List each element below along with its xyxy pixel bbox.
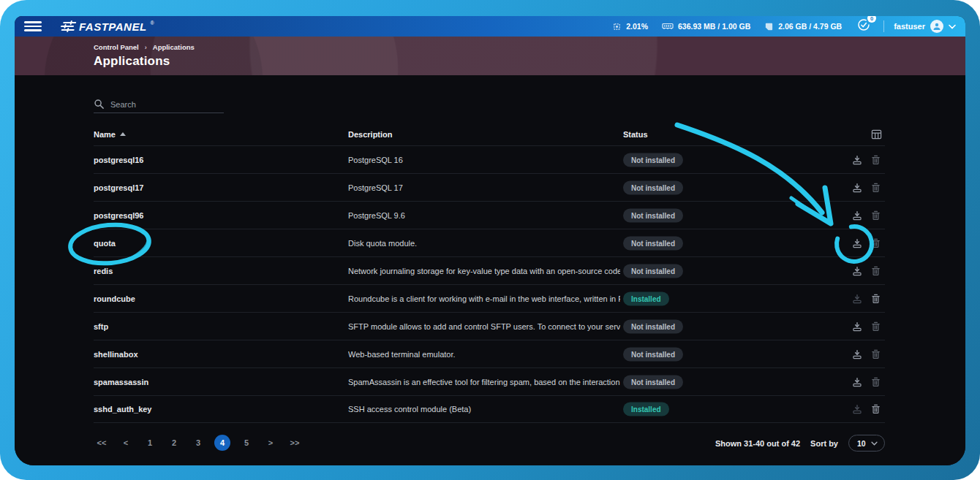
ram-usage: 636.93 MB / 1.00 GB [662, 22, 750, 31]
disk-usage: 2.06 GB / 4.79 GB [764, 22, 842, 31]
table-row: sftp SFTP module allows to add and contr… [94, 312, 885, 340]
page-5[interactable]: 5 [238, 435, 255, 451]
status-badge: Installed [623, 292, 669, 305]
table-row: redis Network journaling storage for key… [94, 256, 885, 284]
delete-button[interactable] [870, 376, 881, 388]
page-1[interactable]: 1 [142, 435, 158, 451]
brand-name: FASTPANEL [79, 20, 147, 33]
app-name: spamassassin [94, 378, 148, 386]
page-4-current[interactable]: 4 [214, 435, 230, 451]
table-row-quota: quota Disk quota module. Not installed [94, 229, 885, 256]
app-name: postgresql96 [94, 211, 143, 220]
breadcrumb-separator: › [145, 44, 147, 51]
table-header: Name Description Status [94, 123, 885, 145]
install-button[interactable] [851, 265, 863, 277]
shown-count: Shown 31-40 out of 42 [715, 439, 800, 448]
page-first[interactable]: << [94, 435, 110, 451]
divider [883, 20, 884, 32]
page-2[interactable]: 2 [166, 435, 182, 451]
delete-button[interactable] [870, 403, 881, 415]
main-content: Name Description Status postgresql16 Pos… [15, 75, 965, 465]
per-page-select[interactable]: 10 [848, 435, 885, 452]
breadcrumb-control-panel[interactable]: Control Panel [94, 43, 139, 51]
install-button[interactable] [851, 376, 863, 388]
username: fastuser [894, 22, 925, 31]
chevron-down-icon [949, 24, 956, 29]
column-header-name[interactable]: Name [94, 130, 126, 139]
name-header-label: Name [94, 130, 116, 139]
install-button[interactable] [851, 210, 863, 221]
applications-table: Name Description Status postgresql16 Pos… [94, 123, 885, 423]
page-header-band: Control Panel › Applications Application… [15, 37, 965, 75]
column-header-status: Status [623, 130, 648, 139]
install-button[interactable] [851, 321, 863, 332]
status-badge: Not installed [623, 208, 683, 222]
brand-logo[interactable]: FASTPANEL® [61, 20, 154, 33]
app-description: Disk quota module. [348, 239, 620, 248]
breadcrumb-applications[interactable]: Applications [153, 43, 195, 51]
chip-icon [612, 22, 622, 31]
sort-asc-icon [120, 132, 126, 136]
table-row: postgresql17 PostgreSQL 17 Not installed [94, 173, 885, 201]
page-last[interactable]: >> [287, 435, 303, 451]
cpu-usage: 2.01% [612, 22, 648, 31]
app-description: SSH access control module (Beta) [348, 405, 620, 414]
app-description: Web-based terminal emulator. [348, 350, 620, 359]
search-input[interactable] [110, 100, 224, 109]
app-window: FASTPANEL® 2.01% 636.93 MB / 1.00 GB [15, 16, 965, 465]
menu-icon[interactable] [24, 21, 42, 31]
install-button[interactable] [851, 154, 863, 166]
app-description: PostgreSQL 16 [348, 156, 620, 164]
app-description: Roundcube is a client for working with e… [348, 294, 620, 303]
delete-button[interactable] [870, 293, 881, 305]
pagination: << < 1 2 3 4 5 > >> [94, 435, 303, 451]
table-row: postgresql16 PostgreSQL 16 Not installed [94, 145, 885, 173]
delete-button[interactable] [870, 321, 881, 332]
task-check-icon [856, 22, 871, 34]
app-name: postgresql16 [94, 156, 143, 164]
status-badge: Not installed [623, 153, 683, 167]
install-button [851, 293, 863, 305]
install-button[interactable] [851, 182, 863, 194]
install-button [851, 403, 863, 415]
delete-button[interactable] [870, 210, 881, 221]
table-row: sshd_auth_key SSH access control module … [94, 395, 885, 423]
app-description: SpamAssassin is an effective tool for fi… [348, 378, 620, 386]
status-badge: Not installed [623, 264, 683, 278]
table-row: spamassassin SpamAssassin is an effectiv… [94, 367, 885, 395]
status-badge: Not installed [623, 375, 683, 389]
delete-button[interactable] [870, 154, 881, 166]
app-name: quota [94, 239, 116, 248]
app-description: PostgreSQL 17 [348, 183, 620, 192]
status-badge: Not installed [623, 347, 683, 361]
registered-mark: ® [151, 20, 154, 26]
equalizer-icon [61, 20, 75, 32]
status-badge: Not installed [623, 319, 683, 333]
delete-button[interactable] [870, 237, 881, 249]
app-description: PostgreSQL 9.6 [348, 211, 620, 220]
magnifier-icon [94, 99, 105, 110]
app-name: roundcube [94, 294, 135, 303]
status-badge: Installed [623, 403, 669, 416]
memory-icon [662, 22, 674, 31]
disk-icon [764, 22, 774, 31]
app-description: SFTP module allows to add and control SF… [348, 322, 620, 331]
user-menu[interactable]: fastuser [894, 20, 956, 33]
install-button-quota[interactable] [851, 237, 863, 249]
disk-value: 2.06 GB / 4.79 GB [778, 22, 842, 31]
ram-value: 636.93 MB / 1.00 GB [678, 22, 750, 31]
page-next[interactable]: > [263, 435, 279, 451]
search-field[interactable] [94, 96, 224, 113]
page-3[interactable]: 3 [190, 435, 206, 451]
page-prev[interactable]: < [118, 435, 134, 451]
table-footer: Shown 31-40 out of 42 Sort by 10 [715, 435, 885, 452]
install-button[interactable] [851, 348, 863, 360]
column-settings-button[interactable] [871, 129, 882, 140]
app-name: sshd_auth_key [94, 405, 151, 414]
delete-button[interactable] [870, 182, 881, 194]
delete-button[interactable] [870, 265, 881, 277]
tasks-button[interactable]: 0 [856, 18, 871, 35]
status-badge: Not installed [623, 236, 683, 250]
delete-button[interactable] [870, 348, 881, 360]
page-frame: FASTPANEL® 2.01% 636.93 MB / 1.00 GB [0, 0, 980, 480]
